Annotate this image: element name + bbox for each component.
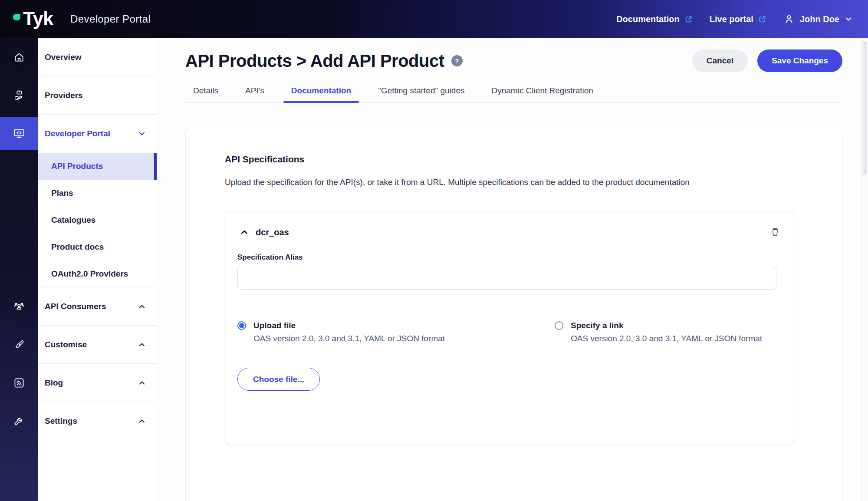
radio-specify-link[interactable] — [555, 321, 563, 330]
specify-link-description: OAS version 2.0, 3.0 and 3.1, YAML or JS… — [571, 334, 782, 343]
rail-item-overview[interactable] — [0, 43, 38, 71]
page-title: API Products > Add API Product — [185, 51, 444, 71]
upload-file-label: Upload file — [253, 321, 296, 330]
upload-file-option[interactable]: Upload file — [237, 321, 555, 330]
tab-dynamic-client-registration[interactable]: Dynamic Client Registration — [484, 86, 601, 102]
section-description: Upload the specification for the API(s),… — [225, 178, 794, 187]
spec-card: dcr_oas Specification Alias — [225, 211, 794, 444]
sidebar-item-plans[interactable]: Plans — [38, 180, 157, 207]
users-icon — [13, 300, 26, 313]
sidebar-item-label: Overview — [45, 53, 82, 62]
sidebar: Overview Providers Developer Portal API … — [38, 38, 157, 501]
specify-link-label: Specify a link — [571, 321, 623, 330]
rail-item-customise[interactable] — [0, 331, 38, 359]
rail-item-api-consumers[interactable] — [0, 293, 38, 320]
paintbrush-icon — [13, 339, 25, 351]
sidebar-subitem-label: Product docs — [51, 242, 104, 252]
rail-item-providers[interactable] — [0, 82, 38, 109]
user-name: John Doe — [800, 14, 839, 24]
sidebar-item-api-products[interactable]: API Products — [38, 153, 157, 180]
home-icon — [13, 52, 25, 63]
logo-subtitle: Developer Portal — [70, 13, 151, 25]
tab-apis[interactable]: API's — [237, 86, 272, 102]
tab-bar: Details API's Documentation "Getting sta… — [185, 86, 842, 103]
rail-item-settings[interactable] — [0, 407, 38, 435]
sidebar-item-api-consumers[interactable]: API Consumers — [38, 287, 157, 326]
tab-documentation[interactable]: Documentation — [283, 86, 359, 102]
vertical-scrollbar[interactable] — [861, 38, 868, 501]
section-title: API Specifications — [225, 154, 794, 165]
documentation-link[interactable]: Documentation — [616, 14, 693, 24]
chevron-down-icon — [845, 15, 852, 23]
tyk-logo-mark: Tyk — [13, 8, 64, 30]
radio-upload-file[interactable] — [237, 321, 246, 330]
monitor-code-icon — [13, 127, 26, 140]
api-specifications-card: API Specifications Upload the specificat… — [185, 128, 842, 501]
choose-file-button[interactable]: Choose file... — [237, 368, 320, 391]
logo-text: Tyk — [23, 8, 53, 30]
tyk-leaf-icon — [13, 14, 20, 20]
topbar-right: Documentation Live portal — [616, 13, 852, 25]
chevron-up-icon — [138, 417, 146, 425]
trash-icon[interactable] — [769, 226, 782, 239]
app-window: Tyk Developer Portal Documentation Live … — [0, 0, 868, 501]
sidebar-item-label: Customise — [45, 340, 87, 349]
tab-details[interactable]: Details — [185, 86, 226, 102]
user-icon — [783, 13, 795, 25]
sidebar-item-developer-portal[interactable]: Developer Portal — [38, 115, 157, 153]
spec-name: dcr_oas — [256, 227, 289, 237]
spec-alias-label: Specification Alias — [237, 253, 782, 262]
sidebar-item-overview[interactable]: Overview — [38, 38, 157, 76]
user-menu[interactable]: John Doe — [783, 13, 852, 25]
documentation-link-label: Documentation — [616, 14, 680, 24]
chevron-down-icon — [138, 129, 146, 138]
upload-file-description: OAS version 2.0, 3.0 and 3.1, YAML or JS… — [253, 334, 555, 343]
chevron-up-icon — [138, 302, 146, 311]
sidebar-item-label: Providers — [45, 91, 83, 100]
sidebar-item-blog[interactable]: Blog — [38, 364, 157, 402]
sidebar-subitem-label: API Products — [51, 162, 103, 171]
cancel-button[interactable]: Cancel — [692, 49, 748, 72]
chevron-up-icon — [138, 379, 146, 387]
wrench-icon — [13, 415, 25, 427]
main-content: API Products > Add API Product ? Cancel … — [157, 38, 868, 501]
sidebar-item-customise[interactable]: Customise — [38, 326, 157, 364]
rail-item-blog[interactable] — [0, 369, 38, 397]
help-icon[interactable]: ? — [451, 55, 463, 66]
hand-box-icon — [13, 89, 25, 102]
sidebar-item-product-docs[interactable]: Product docs — [38, 234, 157, 260]
external-link-icon — [684, 15, 693, 24]
specify-link-option[interactable]: Specify a link — [555, 321, 782, 330]
tyk-logo[interactable]: Tyk Developer Portal — [13, 8, 151, 30]
chevron-up-icon — [138, 340, 146, 349]
sidebar-item-label: Blog — [45, 378, 63, 388]
icon-rail — [0, 38, 38, 501]
sidebar-subitem-label: Catalogues — [51, 215, 95, 225]
save-changes-button[interactable]: Save Changes — [757, 49, 842, 72]
sidebar-item-settings[interactable]: Settings — [38, 402, 157, 440]
live-portal-link[interactable]: Live portal — [710, 14, 767, 24]
sidebar-item-label: Settings — [45, 416, 77, 426]
spec-alias-input[interactable] — [237, 266, 776, 290]
external-link-icon — [758, 15, 767, 24]
live-portal-link-label: Live portal — [710, 14, 753, 24]
sidebar-item-catalogues[interactable]: Catalogues — [38, 207, 157, 234]
sidebar-item-label: Developer Portal — [45, 129, 110, 138]
tab-getting-started-guides[interactable]: "Getting started" guides — [370, 86, 472, 102]
top-bar: Tyk Developer Portal Documentation Live … — [0, 0, 868, 38]
sidebar-subitem-label: Plans — [51, 188, 73, 198]
scrollbar-thumb[interactable] — [863, 41, 867, 175]
rail-item-developer-portal[interactable] — [0, 117, 38, 150]
collapse-chevron-up-icon[interactable] — [237, 225, 251, 239]
sidebar-subitem-label: OAuth2.0 Providers — [51, 269, 128, 279]
sidebar-item-providers[interactable]: Providers — [38, 76, 157, 115]
rss-icon — [13, 377, 25, 389]
sidebar-item-oauth-providers[interactable]: OAuth2.0 Providers — [38, 260, 157, 287]
sidebar-item-label: API Consumers — [45, 302, 106, 311]
